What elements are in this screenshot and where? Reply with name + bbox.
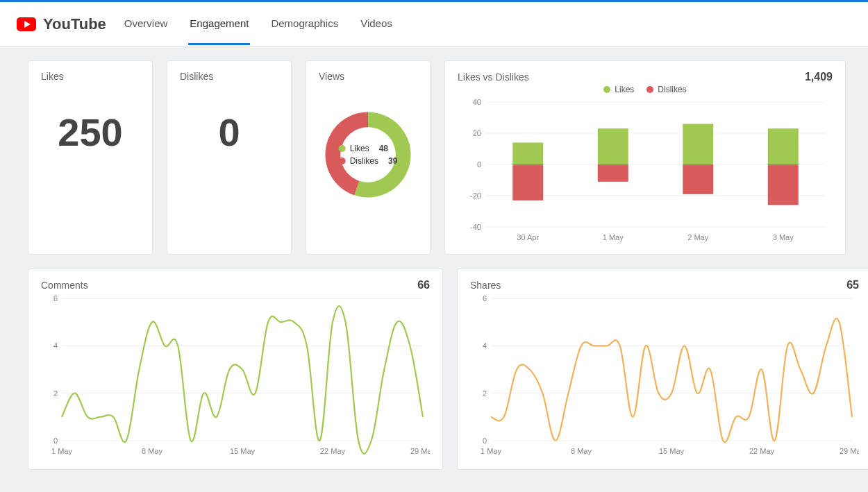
comments-title: Comments	[41, 280, 88, 291]
card-likes-title: Likes	[41, 71, 140, 82]
card-views: Views Likes 48 Dislikes 39	[306, 60, 431, 255]
svg-text:30 Apr: 30 Apr	[517, 233, 539, 241]
svg-text:1 May: 1 May	[603, 233, 624, 241]
likes-swatch	[339, 145, 346, 152]
views-donut: Likes 48 Dislikes 39	[319, 89, 417, 221]
lvd-title: Likes vs Dislikes	[458, 71, 529, 83]
donut-dislikes-label: Dislikes	[350, 156, 378, 166]
svg-rect-19	[683, 164, 713, 194]
lvd-dislikes-label: Dislikes	[658, 85, 686, 94]
brand: YouTube	[17, 15, 106, 33]
card-likes: Likes 250	[28, 60, 153, 255]
shares-chart: 02461 May8 May15 May22 May29 May	[470, 291, 859, 458]
brand-name: YouTube	[43, 15, 106, 33]
svg-text:15 May: 15 May	[230, 447, 256, 455]
shares-total: 65	[846, 279, 859, 291]
shares-title: Shares	[470, 280, 501, 291]
card-dislikes-title: Dislikes	[180, 71, 278, 82]
svg-text:8 May: 8 May	[142, 447, 162, 455]
svg-text:29 May: 29 May	[410, 447, 430, 455]
card-shares: Shares 65 02461 May8 May15 May22 May29 M…	[457, 269, 868, 470]
row-top: Likes 250 Dislikes 0 Views Likes 48	[28, 60, 840, 255]
card-likes-value: 250	[41, 110, 140, 155]
card-dislikes-value: 0	[180, 110, 278, 155]
dislikes-swatch	[339, 158, 346, 164]
svg-rect-16	[598, 164, 628, 182]
svg-text:2 May: 2 May	[687, 233, 708, 241]
donut-dislikes-value: 39	[388, 156, 397, 166]
tabs: Overview Engagement Demographics Videos	[123, 2, 394, 46]
svg-rect-15	[598, 128, 628, 164]
donut-likes-label: Likes	[350, 144, 369, 153]
svg-text:0: 0	[477, 160, 481, 169]
card-comments: Comments 66 02461 May8 May15 May22 May29…	[28, 269, 443, 470]
svg-text:1 May: 1 May	[481, 447, 501, 455]
svg-text:2: 2	[53, 389, 58, 398]
svg-text:1 May: 1 May	[51, 447, 72, 455]
svg-text:0: 0	[53, 436, 58, 445]
header: YouTube Overview Engagement Demographics…	[0, 2, 868, 46]
lvd-likes-label: Likes	[615, 85, 634, 94]
card-likes-vs-dislikes: Likes vs Dislikes 1,409 Likes Dislikes -…	[444, 60, 846, 255]
content: Likes 250 Dislikes 0 Views Likes 48	[0, 46, 868, 492]
svg-text:3 May: 3 May	[773, 233, 794, 241]
svg-text:20: 20	[473, 129, 481, 137]
tab-engagement[interactable]: Engagement	[188, 3, 250, 45]
svg-rect-13	[512, 164, 543, 201]
svg-text:-40: -40	[470, 223, 481, 231]
svg-rect-18	[683, 124, 713, 165]
lvd-total: 1,409	[805, 71, 833, 83]
lvd-chart: -40-200204030 Apr1 May2 May3 May	[458, 99, 833, 244]
tab-videos[interactable]: Videos	[359, 3, 394, 45]
svg-rect-12	[512, 143, 543, 165]
youtube-icon	[17, 17, 36, 31]
lvd-legend: Likes Dislikes	[458, 83, 833, 96]
donut-likes-value: 48	[379, 144, 388, 153]
svg-text:4: 4	[53, 341, 58, 350]
svg-rect-21	[768, 128, 799, 164]
svg-text:6: 6	[483, 294, 487, 303]
tab-overview[interactable]: Overview	[123, 3, 169, 45]
svg-text:-20: -20	[470, 192, 481, 200]
comments-total: 66	[417, 279, 430, 291]
row-bottom: Comments 66 02461 May8 May15 May22 May29…	[28, 269, 840, 470]
svg-text:40: 40	[473, 99, 481, 106]
svg-text:22 May: 22 May	[320, 447, 346, 455]
svg-text:22 May: 22 May	[749, 447, 775, 455]
card-dislikes: Dislikes 0	[167, 60, 292, 255]
svg-text:8 May: 8 May	[571, 447, 592, 455]
svg-text:4: 4	[483, 341, 487, 350]
svg-text:0: 0	[483, 436, 487, 445]
lvd-likes-swatch	[603, 86, 610, 93]
tab-demographics[interactable]: Demographics	[269, 3, 340, 45]
svg-text:29 May: 29 May	[840, 447, 859, 455]
svg-text:2: 2	[483, 389, 487, 398]
lvd-dislikes-swatch	[646, 86, 653, 93]
views-donut-legend: Likes 48 Dislikes 39	[339, 142, 398, 167]
svg-text:6: 6	[53, 294, 58, 303]
card-views-title: Views	[319, 71, 417, 82]
svg-rect-22	[768, 164, 799, 205]
svg-text:15 May: 15 May	[659, 447, 685, 455]
comments-chart: 02461 May8 May15 May22 May29 May	[41, 291, 430, 458]
